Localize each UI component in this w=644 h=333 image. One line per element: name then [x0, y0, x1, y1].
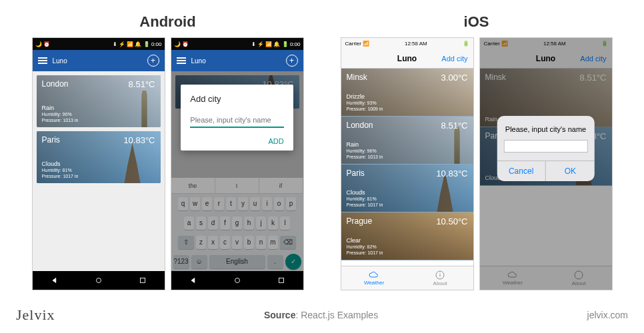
add-city-button[interactable]: + — [147, 55, 159, 67]
status-left-icons: 🌙 ⏰ — [35, 41, 50, 47]
app-title: Luno — [397, 54, 417, 63]
city-name-input[interactable] — [190, 113, 283, 128]
ios-input-dialog: Please, input city's name Cancel OK — [497, 116, 595, 181]
dialog-scrim[interactable]: Add city ADD — [171, 71, 303, 271]
city-card[interactable]: Minsk3.00°C Drizzle Humidity: 93% Pressu… — [341, 69, 473, 117]
footer: Jelvix Source: React.js Examples jelvix.… — [0, 301, 644, 333]
dialog-ok-button[interactable]: OK — [546, 161, 595, 181]
city-temp: 10.83°C — [123, 135, 155, 145]
tab-weather[interactable]: Weather — [341, 266, 407, 290]
android-phone-list: 🌙 ⏰ ⬇ ⚡ 📶 🔔 🔋 0:00 Luno + — [32, 37, 165, 290]
dialog-add-button[interactable]: ADD — [268, 137, 283, 145]
cloud-icon — [369, 271, 379, 279]
svg-point-2 — [235, 278, 239, 283]
android-title: Android — [139, 13, 195, 31]
city-card[interactable]: Paris10.83°C Clouds Humidity: 81% Pressu… — [341, 165, 473, 212]
status-right-icons: ⬇ ⚡ 📶 🔔 🔋 0:00 — [113, 41, 162, 47]
dialog-message: Please, input city's name — [497, 116, 595, 140]
android-navbar — [171, 271, 303, 290]
ios-city-list[interactable]: Minsk3.00°C Drizzle Humidity: 93% Pressu… — [341, 69, 473, 266]
hamburger-icon[interactable] — [38, 57, 47, 64]
brand-logo: Jelvix — [16, 306, 55, 324]
ios-statusbar: Carrier 📶 12:58 AM 🔋 — [341, 38, 473, 49]
info-icon: i — [435, 270, 445, 280]
android-navbar — [33, 271, 165, 290]
android-appbar: Luno + — [33, 50, 165, 71]
recent-icon[interactable] — [138, 276, 147, 285]
city-name-input[interactable] — [503, 140, 587, 153]
tab-about[interactable]: i About — [407, 266, 473, 290]
android-phone-dialog: 🌙 ⏰ ⬇ ⚡ 📶 🔔 🔋 0:00 Luno + 10.83°C — [171, 37, 304, 290]
add-city-button[interactable]: Add city — [441, 55, 467, 63]
back-icon[interactable] — [50, 276, 59, 285]
ios-section: iOS Carrier 📶 12:58 AM 🔋 Luno Add city M… — [329, 13, 624, 294]
dialog-title: Add city — [190, 94, 283, 104]
city-card[interactable]: Prague10.50°C Clear Humidity: 82% Pressu… — [341, 212, 473, 260]
city-pressure: Pressure: 1013 in — [42, 117, 155, 123]
svg-text:i: i — [439, 272, 441, 278]
source-label: Source: React.js Examples — [264, 310, 378, 320]
app-title: Luno — [53, 57, 67, 65]
ios-phone-dialog: Carrier 📶 12:58 AM 🔋 Luno Add city Minsk… — [479, 37, 613, 290]
city-card[interactable]: London8.51°C Rain Humidity: 96% Pressure… — [341, 117, 473, 165]
android-statusbar: 🌙 ⏰ ⬇ ⚡ 📶 🔔 🔋 0:00 — [171, 38, 303, 50]
city-condition: Clouds — [42, 161, 155, 167]
city-condition: Rain — [42, 105, 155, 111]
site-url: jelvix.com — [587, 310, 628, 320]
ios-title: iOS — [464, 13, 489, 31]
add-city-dialog: Add city ADD — [181, 85, 293, 151]
app-title: Luno — [191, 57, 206, 65]
city-humidity: Humidity: 81% — [42, 167, 155, 173]
city-humidity: Humidity: 96% — [42, 111, 155, 117]
ios-tabbar: Weather i About — [341, 266, 473, 290]
svg-point-0 — [96, 278, 101, 283]
home-icon[interactable] — [233, 276, 242, 285]
recent-icon[interactable] — [277, 276, 286, 285]
svg-rect-1 — [140, 278, 145, 283]
android-appbar: Luno + — [171, 50, 303, 71]
city-pressure: Pressure: 1017 in — [42, 173, 155, 179]
android-section: Android 🌙 ⏰ ⬇ ⚡ 📶 🔔 🔋 0:00 Luno + — [20, 13, 315, 294]
back-icon[interactable] — [189, 276, 198, 285]
hamburger-icon[interactable] — [177, 57, 186, 64]
home-icon[interactable] — [94, 276, 103, 285]
city-card[interactable]: London 8.51°C Rain Humidity: 96% Pressur… — [37, 75, 161, 127]
city-card[interactable]: Paris 10.83°C Clouds Humidity: 81% Press… — [37, 131, 161, 183]
dialog-cancel-button[interactable]: Cancel — [497, 161, 546, 181]
city-temp: 8.51°C — [129, 79, 155, 89]
svg-rect-3 — [279, 278, 283, 283]
ios-navbar: Luno Add city — [341, 49, 473, 69]
ios-phone-list: Carrier 📶 12:58 AM 🔋 Luno Add city Minsk… — [341, 37, 474, 290]
android-city-list[interactable]: London 8.51°C Rain Humidity: 96% Pressur… — [33, 71, 165, 271]
add-city-button[interactable]: + — [286, 55, 298, 67]
android-statusbar: 🌙 ⏰ ⬇ ⚡ 📶 🔔 🔋 0:00 — [33, 38, 165, 50]
